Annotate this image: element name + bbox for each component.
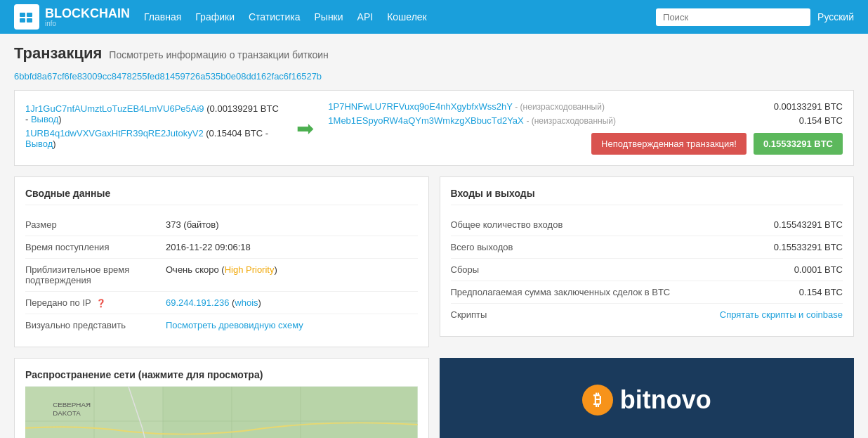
io-scripts-label: Скрипты <box>451 309 487 320</box>
unconfirmed-button[interactable]: Неподтвержденная транзакция! <box>591 133 747 155</box>
tx-inputs: 1Jr1GuC7nfAUmztLoTuzEB4LmVU6Pe5Ai9 (0.00… <box>25 103 282 153</box>
tx-footer: Неподтвержденная транзакция! 0.15533291 … <box>328 133 843 155</box>
header: BLOCKCHAIN info Главная Графики Статисти… <box>0 0 868 34</box>
bottom-left: Распространение сети (нажмите для просмо… <box>14 358 429 438</box>
bitnovo-icon: ₿ <box>582 385 613 416</box>
bottom-right: ₿ bitnovo <box>440 358 855 438</box>
summary-confirm-label: Приблизительное время подтверждения <box>25 264 166 285</box>
summary-ip-value: 69.244.191.236 (whois) <box>166 297 261 308</box>
summary-row-confirm: Приблизительное время подтверждения Очен… <box>25 259 418 292</box>
logo-area: BLOCKCHAIN info <box>14 4 130 30</box>
summary-row-visual: Визуально представить Посмотреть древови… <box>25 314 418 336</box>
nav-markets[interactable]: Рынки <box>314 11 343 22</box>
io-box: Входы и выходы Общее количество входов 0… <box>440 176 855 337</box>
nav-api[interactable]: API <box>357 11 374 22</box>
io-total-out-label: Всего выходов <box>451 242 513 252</box>
output1-address[interactable]: 1P7HNFwLU7RFVuxq9oE4nhXgybfxWss2hY <box>328 101 512 112</box>
network-box: Распространение сети (нажмите для просмо… <box>14 358 429 438</box>
transaction-box: 1Jr1GuC7nfAUmztLoTuzEB4LmVU6Pe5Ai9 (0.00… <box>14 90 854 166</box>
summary-row-time: Время поступления 2016-11-22 09:06:18 <box>25 236 418 259</box>
bitnovo-text: bitnovo <box>620 385 711 415</box>
high-priority-label: High Priority <box>225 264 275 275</box>
network-title: Распространение сети (нажмите для просмо… <box>25 369 418 380</box>
right-column: Входы и выходы Общее количество входов 0… <box>440 176 855 347</box>
nav-charts[interactable]: Графики <box>195 11 235 22</box>
svg-text:СЕВЕРНАЯ: СЕВЕРНАЯ <box>53 401 91 408</box>
summary-row-size: Размер 373 (байтов) <box>25 214 418 236</box>
page-title-row: Транзакция Посмотреть информацию о транз… <box>14 44 854 63</box>
io-total-in-value: 0.15543291 BTC <box>774 219 843 230</box>
io-fee-value: 0.0001 BTC <box>794 264 843 275</box>
logo-subtitle: info <box>45 20 130 27</box>
nav-stats[interactable]: Статистика <box>249 11 301 22</box>
nav-home[interactable]: Главная <box>144 11 181 22</box>
io-row-estimated: Предполагаемая сумма заключенных сделок … <box>451 281 843 304</box>
summary-size-value: 373 (байтов) <box>166 219 219 230</box>
tree-view-link[interactable]: Посмотреть древовидную схему <box>166 320 303 330</box>
logo-title: BLOCKCHAIN <box>45 7 130 20</box>
logo-text-area: BLOCKCHAIN info <box>45 7 130 27</box>
io-estimated-label: Предполагаемая сумма заключенных сделок … <box>451 287 671 297</box>
tx-output-1: 1P7HNFwLU7RFVuxq9oE4nhXgybfxWss2hY - (не… <box>328 101 843 112</box>
output2-address[interactable]: 1Meb1ESpyoRW4aQYm3WmkzgXBbucTd2YaX <box>328 115 523 126</box>
ad-box[interactable]: ₿ bitnovo <box>440 358 855 438</box>
input2-amount: (0.15404 BTC - <box>206 128 268 139</box>
input2-withdraw[interactable]: Вывод <box>25 139 53 149</box>
summary-visual-label: Визуально представить <box>25 320 166 330</box>
svg-text:DAKOTA: DAKOTA <box>53 409 81 417</box>
io-fee-label: Сборы <box>451 264 480 275</box>
io-scripts-link[interactable]: Спрятать скрипты и coinbase <box>720 309 843 320</box>
left-column: Сводные данные Размер 373 (байтов) Время… <box>14 176 429 347</box>
main-content: Транзакция Посмотреть информацию о транз… <box>0 34 868 438</box>
output1-amount: 0.00133291 BTC <box>774 101 843 112</box>
io-estimated-value: 0.154 BTC <box>799 287 843 297</box>
ip-link[interactable]: 69.244.191.236 <box>166 297 229 308</box>
summary-time-value: 2016-11-22 09:06:18 <box>166 242 251 252</box>
input1-address[interactable]: 1Jr1GuC7nfAUmztLoTuzEB4LmVU6Pe5Ai9 <box>25 103 204 114</box>
bitnovo-logo: ₿ bitnovo <box>582 385 711 416</box>
bottom-section: Распространение сети (нажмите для просмо… <box>14 358 854 438</box>
search-input[interactable] <box>656 8 810 26</box>
io-title: Входы и выходы <box>451 188 843 205</box>
tx-input-2: 1URB4q1dwVXVGaxHtFR39qRE2JutokyV2 (0.154… <box>25 128 282 149</box>
output2-status: - (неизрасходованный) <box>526 116 616 126</box>
summary-row-ip: Передано по IP ❓ 69.244.191.236 (whois) <box>25 292 418 314</box>
summary-visual-value: Посмотреть древовидную схему <box>166 320 303 330</box>
ip-help-icon: ❓ <box>96 299 106 307</box>
svg-rect-4 <box>27 18 32 22</box>
summary-confirm-value: Очень скоро (High Priority) <box>166 264 277 285</box>
output1-status: - (неизрасходованный) <box>515 102 605 112</box>
io-total-out-value: 0.15533291 BTC <box>774 242 843 252</box>
svg-rect-0 <box>17 7 37 27</box>
summary-size-label: Размер <box>25 219 166 230</box>
input2-address[interactable]: 1URB4q1dwVXVGaxHtFR39qRE2JutokyV2 <box>25 128 204 139</box>
svg-rect-1 <box>20 13 25 17</box>
main-nav: Главная Графики Статистика Рынки API Кош… <box>144 11 656 22</box>
tx-outputs: 1P7HNFwLU7RFVuxq9oE4nhXgybfxWss2hY - (не… <box>328 101 843 155</box>
tx-input-1: 1Jr1GuC7nfAUmztLoTuzEB4LmVU6Pe5Ai9 (0.00… <box>25 103 282 124</box>
whois-link[interactable]: whois <box>235 297 258 308</box>
summary-ip-label: Передано по IP ❓ <box>25 297 166 308</box>
nav-wallet[interactable]: Кошелек <box>387 11 427 22</box>
summary-box: Сводные данные Размер 373 (байтов) Время… <box>14 176 429 347</box>
io-row-fee: Сборы 0.0001 BTC <box>451 259 843 281</box>
tx-hash-link[interactable]: 6bbfd8a67cf6fe83009cc8478255fed81459726a… <box>14 71 322 82</box>
language-selector[interactable]: Русский <box>817 11 854 22</box>
io-row-scripts: Скрипты Спрятать скрипты и coinbase <box>451 304 843 326</box>
input1-withdraw[interactable]: Вывод <box>31 114 58 124</box>
io-row-total-in: Общее количество входов 0.15543291 BTC <box>451 214 843 236</box>
two-column-section: Сводные данные Размер 373 (байтов) Время… <box>14 176 854 347</box>
summary-title: Сводные данные <box>25 188 418 205</box>
summary-time-label: Время поступления <box>25 242 166 252</box>
io-total-in-label: Общее количество входов <box>451 219 563 230</box>
transaction-arrow: ➡ <box>296 116 314 141</box>
io-row-total-out: Всего выходов 0.15533291 BTC <box>451 236 843 259</box>
page-subtitle: Посмотреть информацию о транзакции битко… <box>109 49 329 60</box>
output2-amount: 0.154 BTC <box>799 115 843 126</box>
total-btc-button[interactable]: 0.15533291 BTC <box>754 133 843 155</box>
svg-rect-3 <box>20 18 25 22</box>
tx-output-2: 1Meb1ESpyoRW4aQYm3WmkzgXBbucTd2YaX - (не… <box>328 115 843 126</box>
search-area: Русский <box>656 8 854 26</box>
blockchain-logo-icon <box>14 4 39 30</box>
map-placeholder[interactable]: СЕВЕРНАЯ DAKOTA <box>25 386 418 438</box>
